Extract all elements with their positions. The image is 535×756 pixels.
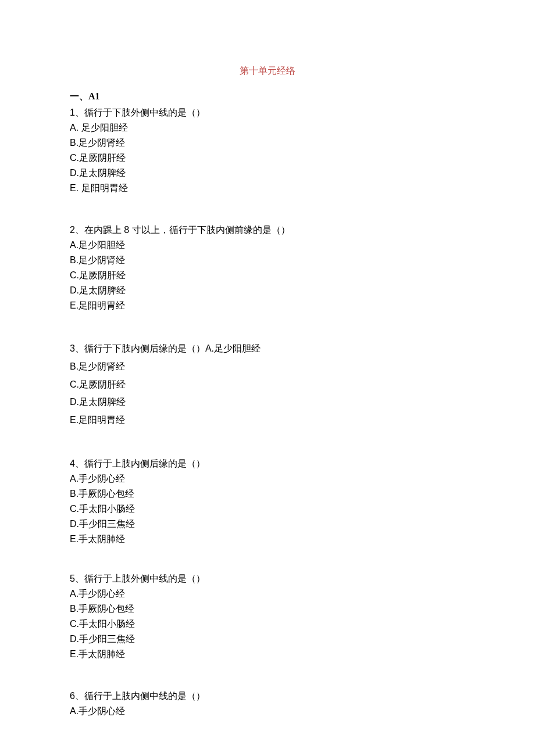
option-e: E.足阳明胃经 — [70, 412, 465, 429]
option-d: D.足太阴脾经 — [70, 394, 465, 411]
option-b: B.足少阴肾经 — [70, 136, 465, 150]
option-d: D.足太阴脾经 — [70, 284, 465, 298]
question-4: 4、循行于上肢内侧后缘的是（） A.手少阴心经 B.手厥阴心包经 C.手太阳小肠… — [70, 457, 465, 546]
option-c: C.手太阳小肠经 — [70, 617, 465, 631]
question-stem: 5、循行于上肢外侧中线的是（） — [70, 572, 465, 586]
option-a: A.手少阴心经 — [70, 704, 465, 718]
question-6: 6、循行于上肢内侧中线的是（） A.手少阴心经 — [70, 689, 465, 718]
option-c: C.足厥阴肝经 — [70, 377, 465, 393]
option-d: D.手少阳三焦经 — [70, 517, 465, 531]
option-a: A.手少阴心经 — [70, 472, 465, 486]
option-c: C.足厥阴肝经 — [70, 151, 465, 165]
option-a: A.足少阳胆经 — [70, 238, 465, 252]
option-a: A.足少阳胆经 — [205, 343, 261, 353]
question-stem: 2、在内踝上 8 寸以上，循行于下肢内侧前缘的是（） — [70, 223, 465, 237]
option-e: E.手太阴肺经 — [70, 647, 465, 661]
option-e: E.手太阴肺经 — [70, 532, 465, 546]
section-label: 一、A1 — [70, 89, 465, 103]
question-stem: 1、循行于下肢外侧中线的是（） — [70, 106, 465, 120]
option-b: B.足少阴肾经 — [70, 253, 465, 267]
option-a: A. 足少阳胆经 — [70, 121, 465, 135]
question-stem-line: 3、循行于下肢内侧后缘的是（）A.足少阳胆经 — [70, 341, 465, 357]
question-stem: 6、循行于上肢内侧中线的是（） — [70, 689, 465, 703]
document-page: 第十单元经络 一、A1 1、循行于下肢外侧中线的是（） A. 足少阳胆经 B.足… — [0, 0, 535, 743]
option-c: C.手太阳小肠经 — [70, 502, 465, 516]
question-1: 1、循行于下肢外侧中线的是（） A. 足少阳胆经 B.足少阴肾经 C.足厥阴肝经… — [70, 106, 465, 195]
option-e: E.足阳明胃经 — [70, 299, 465, 313]
option-e: E. 足阳明胃经 — [70, 181, 465, 195]
option-c: C.足厥阴肝经 — [70, 268, 465, 282]
question-stem: 3、循行于下肢内侧后缘的是（） — [70, 343, 205, 353]
option-d: D.足太阴脾经 — [70, 166, 465, 180]
question-stem: 4、循行于上肢内侧后缘的是（） — [70, 457, 465, 471]
option-b: B.手厥阴心包经 — [70, 602, 465, 616]
option-d: D.手少阳三焦经 — [70, 632, 465, 646]
question-3: 3、循行于下肢内侧后缘的是（）A.足少阳胆经 B.足少阴肾经 C.足厥阴肝经 D… — [70, 341, 465, 429]
question-2: 2、在内踝上 8 寸以上，循行于下肢内侧前缘的是（） A.足少阳胆经 B.足少阴… — [70, 223, 465, 313]
option-b: B.足少阴肾经 — [70, 359, 465, 375]
option-b: B.手厥阴心包经 — [70, 487, 465, 501]
option-a: A.手少阴心经 — [70, 587, 465, 601]
document-title: 第十单元经络 — [70, 64, 465, 78]
question-5: 5、循行于上肢外侧中线的是（） A.手少阴心经 B.手厥阴心包经 C.手太阳小肠… — [70, 572, 465, 661]
